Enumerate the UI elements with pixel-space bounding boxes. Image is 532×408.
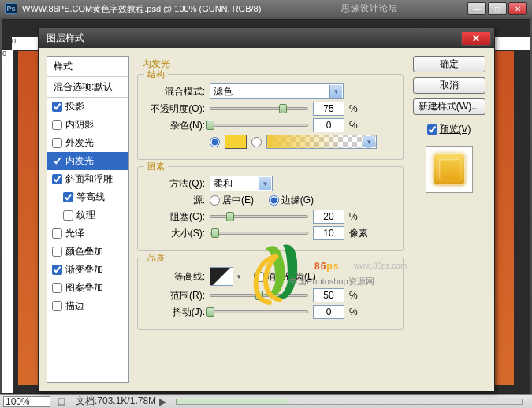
chevron-down-icon: ▼ <box>234 271 244 282</box>
style-row-7[interactable]: 光泽 <box>47 224 128 243</box>
style-row-4[interactable]: 斜面和浮雕 <box>47 170 128 188</box>
range-input[interactable]: 50 <box>313 288 344 302</box>
jitter-input[interactable]: 0 <box>313 305 344 319</box>
percent-unit: % <box>349 211 370 222</box>
quality-group: 品质 等高线: ▼ 消除锯齿(L) 范围(R): 50 % 抖动(J): 0 <box>137 258 404 330</box>
chevron-down-icon: ▼ <box>363 136 375 147</box>
source-edge-radio[interactable]: 边缘(G) <box>269 194 314 207</box>
new-style-button[interactable]: 新建样式(W)... <box>413 98 485 115</box>
style-label: 图案叠加 <box>65 281 103 295</box>
zoom-input[interactable]: 100% <box>3 396 50 407</box>
style-checkbox[interactable] <box>52 156 62 166</box>
vertical-ruler: 0 <box>2 50 13 393</box>
style-checkbox[interactable] <box>52 247 62 257</box>
document-title: WWW.86PS.COM黄色字效教程.psd @ 100% (GUNN, RGB… <box>22 3 467 15</box>
glow-gradient-picker[interactable]: ▼ <box>266 135 377 149</box>
style-row-8[interactable]: 颜色叠加 <box>47 243 128 261</box>
preview-checkbox[interactable]: 预览(V) <box>427 123 471 136</box>
app-title-bar: Ps WWW.86PS.COM黄色字效教程.psd @ 100% (GUNN, … <box>0 0 532 17</box>
panel-title: 内发光 <box>142 57 404 71</box>
dialog-title-text: 图层样式 <box>47 32 461 45</box>
color-solid-radio[interactable] <box>210 137 220 147</box>
status-bar: 100% 文档:703.1K/1.78M ▶ <box>0 394 532 408</box>
style-checkbox[interactable] <box>52 174 62 184</box>
style-checkbox[interactable] <box>63 192 73 202</box>
technique-select[interactable]: 柔和 ▼ <box>210 176 273 191</box>
window-close-button[interactable]: ✕ <box>508 2 527 15</box>
style-label: 光泽 <box>65 227 84 240</box>
style-label: 描边 <box>65 299 84 313</box>
styles-header[interactable]: 样式 <box>47 57 128 77</box>
chevron-down-icon: ▼ <box>259 177 271 190</box>
source-center-radio[interactable]: 居中(E) <box>210 194 254 207</box>
quality-legend: 品质 <box>144 252 168 264</box>
style-row-1[interactable]: 内阴影 <box>47 116 128 134</box>
style-checkbox[interactable] <box>52 138 62 148</box>
style-row-10[interactable]: 图案叠加 <box>47 279 128 297</box>
dialog-close-button[interactable]: ✕ <box>461 32 491 46</box>
noise-slider[interactable] <box>210 124 308 127</box>
style-checkbox[interactable] <box>63 210 73 221</box>
info-arrow-icon[interactable]: ▶ <box>156 396 169 407</box>
styles-list: 样式 混合选项:默认 投影内阴影外发光内发光斜面和浮雕等高线纹理光泽颜色叠加渐变… <box>47 56 129 383</box>
size-slider[interactable] <box>210 232 308 235</box>
style-label: 等高线 <box>76 191 105 204</box>
style-row-6[interactable]: 纹理 <box>47 206 128 224</box>
style-label: 颜色叠加 <box>65 245 103 258</box>
jitter-slider[interactable] <box>210 310 308 313</box>
style-label: 斜面和浮雕 <box>65 172 113 186</box>
choke-input[interactable]: 20 <box>313 210 344 224</box>
structure-legend: 结构 <box>144 69 168 80</box>
style-row-11[interactable]: 描边 <box>47 297 128 315</box>
style-checkbox[interactable] <box>52 283 62 293</box>
blending-options-row[interactable]: 混合选项:默认 <box>47 77 128 98</box>
cancel-button[interactable]: 取消 <box>413 77 485 94</box>
pixel-unit: 像素 <box>349 227 370 240</box>
contour-label: 等高线: <box>146 270 205 284</box>
dialog-title-bar[interactable]: 图层样式 ✕ <box>39 28 494 48</box>
opacity-slider[interactable] <box>210 107 308 110</box>
options-panel: 内发光 结构 混合模式: 滤色 ▼ 不透明度(O): 75 % <box>129 56 411 383</box>
noise-label: 杂色(N): <box>146 119 205 132</box>
jitter-label: 抖动(J): <box>146 306 205 319</box>
style-checkbox[interactable] <box>52 120 62 130</box>
window-maximize-button[interactable]: □ <box>488 2 507 15</box>
source-label: 源: <box>146 194 205 207</box>
size-input[interactable]: 10 <box>313 226 344 240</box>
glow-color-swatch[interactable] <box>225 135 247 149</box>
style-row-0[interactable]: 投影 <box>47 98 128 116</box>
opacity-input[interactable]: 75 <box>313 102 344 116</box>
style-row-3[interactable]: 内发光 <box>47 152 128 170</box>
range-label: 范围(R): <box>146 289 205 302</box>
contour-picker[interactable]: ▼ <box>210 267 233 286</box>
style-checkbox[interactable] <box>52 228 62 239</box>
noise-input[interactable]: 0 <box>313 118 344 132</box>
size-label: 大小(S): <box>146 227 205 240</box>
dialog-buttons: 确定 取消 新建样式(W)... 预览(V) <box>411 56 486 383</box>
style-label: 内阴影 <box>65 118 94 132</box>
antialias-checkbox[interactable]: 消除锯齿(L) <box>254 270 316 284</box>
layer-style-dialog: 图层样式 ✕ 样式 混合选项:默认 投影内阴影外发光内发光斜面和浮雕等高线纹理光… <box>38 28 495 391</box>
style-row-9[interactable]: 渐变叠加 <box>47 261 128 279</box>
ps-app-icon: Ps <box>5 3 17 14</box>
style-checkbox[interactable] <box>52 102 62 112</box>
percent-unit: % <box>349 120 370 131</box>
range-slider[interactable] <box>210 294 308 297</box>
hand-icon <box>57 397 66 406</box>
structure-group: 结构 混合模式: 滤色 ▼ 不透明度(O): 75 % 杂色(N): <box>137 74 404 160</box>
style-label: 投影 <box>65 100 84 113</box>
style-checkbox[interactable] <box>52 265 62 275</box>
style-row-5[interactable]: 等高线 <box>47 188 128 206</box>
style-label: 内发光 <box>65 154 94 168</box>
ok-button[interactable]: 确定 <box>413 56 485 72</box>
choke-slider[interactable] <box>210 215 308 218</box>
style-checkbox[interactable] <box>52 301 62 311</box>
style-row-2[interactable]: 外发光 <box>47 134 128 152</box>
preview-box <box>426 146 473 193</box>
blend-mode-select[interactable]: 滤色 ▼ <box>210 83 344 99</box>
technique-value: 柔和 <box>214 177 233 191</box>
window-minimize-button[interactable]: — <box>467 2 486 15</box>
elements-group: 图素 方法(Q): 柔和 ▼ 源: 居中(E) 边缘(G) 阻塞(C): <box>137 166 404 251</box>
blend-mode-label: 混合模式: <box>146 85 205 98</box>
color-gradient-radio[interactable] <box>251 137 262 147</box>
